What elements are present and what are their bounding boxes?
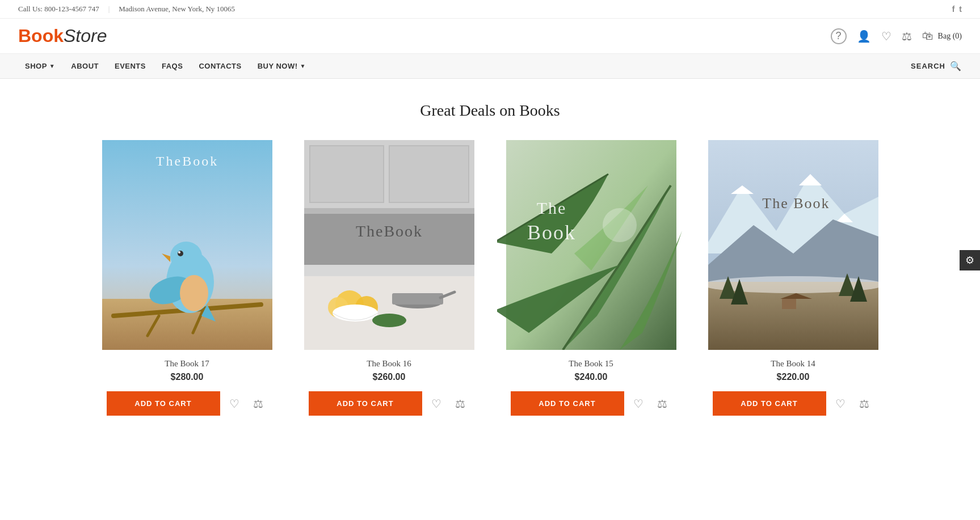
wishlist-button-1[interactable]: ♡ <box>225 392 244 415</box>
svg-rect-22 <box>304 276 474 350</box>
svg-rect-17 <box>389 146 469 202</box>
social-icons: f t <box>952 5 962 14</box>
product-actions-2: ADD TO CART ♡ ⚖ <box>295 391 483 416</box>
nav-faqs[interactable]: FAQS <box>155 54 190 78</box>
divider: | <box>108 5 110 14</box>
add-to-cart-button-3[interactable]: ADD TO CART <box>511 391 624 416</box>
bag-icon: 🛍 <box>922 29 933 43</box>
product-actions-1: ADD TO CART ♡ ⚖ <box>93 391 281 416</box>
wishlist-button-2[interactable]: ♡ <box>427 392 446 415</box>
header: BookStore ? 👤 ♡ ⚖ 🛍 Bag (0) <box>0 19 980 54</box>
header-icons: ? 👤 ♡ ⚖ 🛍 Bag (0) <box>831 28 962 44</box>
nav-events[interactable]: EVENTS <box>108 54 153 78</box>
nav-contacts[interactable]: CONTACTS <box>192 54 248 78</box>
nav-shop[interactable]: SHOP ▼ <box>18 54 62 78</box>
help-icon[interactable]: ? <box>831 28 847 44</box>
compare-button-2[interactable]: ⚖ <box>451 392 470 415</box>
product-image-3: The Book <box>497 140 685 350</box>
svg-rect-48 <box>782 299 796 309</box>
compare-button-1[interactable]: ⚖ <box>249 392 268 415</box>
logo[interactable]: BookStore <box>18 26 107 46</box>
svg-point-10 <box>178 251 183 256</box>
compare-button-3[interactable]: ⚖ <box>653 392 672 415</box>
logo-store: Store <box>64 26 107 46</box>
product-image-4: The Book <box>699 140 888 350</box>
top-bar: Call Us: 800-123-4567 747 | Madison Aven… <box>0 0 980 19</box>
svg-text:The: The <box>536 198 566 217</box>
search-nav[interactable]: SEARCH 🔍 <box>911 61 962 71</box>
svg-point-7 <box>180 275 208 311</box>
bag-label: Bag (0) <box>938 32 962 41</box>
product-price-2: $260.00 <box>373 372 406 382</box>
address: Madison Avenue, New York, Ny 10065 <box>119 5 235 14</box>
product-image-2: TheBook <box>295 140 483 350</box>
product-card-3: The Book The Book 15 $240.00 ADD TO CART… <box>497 140 685 416</box>
product-price-1: $280.00 <box>171 372 204 382</box>
section-title: Great Deals on Books <box>18 102 962 120</box>
search-icon: 🔍 <box>950 61 962 71</box>
product-grid: TheBook The Book 17 $280.00 ADD TO CART … <box>93 140 888 416</box>
product-price-4: $220.00 <box>777 372 810 382</box>
product-name-4: The Book 14 <box>771 359 815 369</box>
phone-number: Call Us: 800-123-4567 747 <box>18 5 99 14</box>
product-card-1: TheBook The Book 17 $280.00 ADD TO CART … <box>93 140 281 416</box>
twitter-icon[interactable]: t <box>959 5 962 14</box>
wishlist-button-3[interactable]: ♡ <box>629 392 648 415</box>
wishlist-icon[interactable]: ♡ <box>881 29 891 43</box>
product-card-2: TheBook The Book 16 $260.00 <box>295 140 483 416</box>
svg-text:Book: Book <box>527 221 575 244</box>
bag-icon-wrap[interactable]: 🛍 Bag (0) <box>922 29 962 43</box>
product-image-1: TheBook <box>93 140 281 350</box>
svg-rect-16 <box>310 146 384 202</box>
svg-rect-29 <box>392 293 443 305</box>
svg-rect-20 <box>304 265 474 276</box>
product-name-3: The Book 15 <box>569 359 613 369</box>
product-card-4: The Book The Book 14 $220.00 ADD TO CART… <box>699 140 888 416</box>
top-bar-left: Call Us: 800-123-4567 747 | Madison Aven… <box>18 5 235 14</box>
product-actions-4: ADD TO CART ♡ ⚖ <box>699 391 888 416</box>
add-to-cart-button-4[interactable]: ADD TO CART <box>713 391 826 416</box>
logo-book: Book <box>18 26 64 46</box>
svg-point-8 <box>170 242 202 271</box>
nav-links: SHOP ▼ ABOUT EVENTS FAQS CONTACTS BUY NO… <box>18 54 313 78</box>
svg-point-31 <box>372 314 406 327</box>
product-price-3: $240.00 <box>575 372 608 382</box>
add-to-cart-button-2[interactable]: ADD TO CART <box>309 391 422 416</box>
wishlist-button-4[interactable]: ♡ <box>831 392 850 415</box>
svg-text:The Book: The Book <box>762 195 830 212</box>
nav-buynow[interactable]: BUY NOW! ▼ <box>251 54 313 78</box>
product-name-1: The Book 17 <box>165 359 209 369</box>
nav-about[interactable]: ABOUT <box>64 54 106 78</box>
compare-icon[interactable]: ⚖ <box>902 29 912 43</box>
settings-gear[interactable]: ⚙ <box>960 250 980 270</box>
search-label: SEARCH <box>911 62 945 70</box>
product-actions-3: ADD TO CART ♡ ⚖ <box>497 391 685 416</box>
product-name-2: The Book 16 <box>367 359 411 369</box>
user-icon[interactable]: 👤 <box>857 29 871 43</box>
svg-point-11 <box>178 251 180 253</box>
gear-icon: ⚙ <box>965 254 974 267</box>
navigation: SHOP ▼ ABOUT EVENTS FAQS CONTACTS BUY NO… <box>0 54 980 79</box>
svg-text:TheBook: TheBook <box>355 222 422 240</box>
main-content: Great Deals on Books <box>0 79 980 438</box>
add-to-cart-button-1[interactable]: ADD TO CART <box>107 391 220 416</box>
svg-point-33 <box>603 208 637 242</box>
facebook-icon[interactable]: f <box>952 5 955 14</box>
compare-button-4[interactable]: ⚖ <box>855 392 874 415</box>
svg-text:TheBook: TheBook <box>155 154 218 168</box>
